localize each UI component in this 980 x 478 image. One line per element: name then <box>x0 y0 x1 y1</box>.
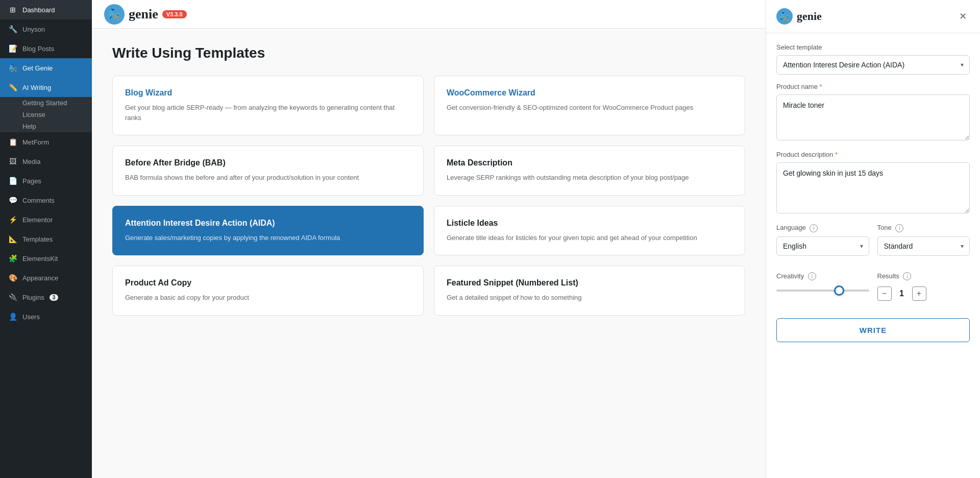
select-template-wrapper: Attention Interest Desire Action (AIDA)B… <box>776 55 970 75</box>
sidebar-item-comments[interactable]: 💬 Comments <box>0 190 92 210</box>
right-panel-header: 🧞 genie ✕ <box>766 0 980 33</box>
sidebar-item-blog-posts[interactable]: 📝 Blog Posts <box>0 39 92 58</box>
sidebar-item-media[interactable]: 🖼 Media <box>0 152 92 171</box>
language-dropdown[interactable]: EnglishSpanishFrenchGermanPortuguese <box>776 236 869 256</box>
template-card-aida[interactable]: Attention Interest Desire Action (AIDA) … <box>112 206 424 256</box>
right-panel-logo: 🧞 genie <box>776 8 822 25</box>
sidebar-item-appearance[interactable]: 🎨 Appearance <box>0 268 92 288</box>
select-template-dropdown[interactable]: Attention Interest Desire Action (AIDA)B… <box>776 55 970 75</box>
sidebar-item-elementor[interactable]: ⚡ Elementor <box>0 210 92 229</box>
templates-grid: Blog Wizard Get your blog article SERP-r… <box>112 76 745 316</box>
template-card-product-ad-copy[interactable]: Product Ad Copy Generate a basic ad copy… <box>112 266 424 316</box>
sidebar-item-getting-started[interactable]: Getting Started <box>0 97 92 109</box>
product-description-input[interactable] <box>776 162 970 213</box>
template-card-featured-snippet[interactable]: Featured Snippet (Numbered List) Get a d… <box>434 266 745 316</box>
get-genie-icon: 🧞 <box>8 63 17 73</box>
sidebar-item-pages[interactable]: 📄 Pages <box>0 171 92 190</box>
creativity-results-row: Creativity i Results i − 1 + <box>776 272 970 306</box>
plugins-icon: 🔌 <box>8 293 17 302</box>
product-name-label: Product name * <box>776 83 970 90</box>
language-select-wrapper: EnglishSpanishFrenchGermanPortuguese ▾ <box>776 236 869 256</box>
template-card-title: WooCommerce Wizard <box>447 88 732 98</box>
results-decrement-button[interactable]: − <box>877 286 892 301</box>
panel-logo-icon: 🧞 <box>776 8 793 25</box>
template-card-desc: Generate title ideas for listicles for y… <box>447 233 732 243</box>
template-card-desc: Get a detailed snippet of how to do some… <box>447 293 732 303</box>
topbar: 🧞 genie V3.3.0 <box>92 0 766 29</box>
comments-icon: 💬 <box>8 196 17 205</box>
template-card-desc: Leverage SERP rankings with outstanding … <box>447 173 732 183</box>
creativity-slider[interactable] <box>776 290 869 292</box>
right-panel: 🧞 genie ✕ Select template Attention Inte… <box>766 0 980 478</box>
template-card-title: Listicle Ideas <box>447 219 732 228</box>
template-card-listicle-ideas[interactable]: Listicle Ideas Generate title ideas for … <box>434 206 745 256</box>
creativity-label: Creativity i <box>776 272 816 281</box>
sidebar-item-elementskit[interactable]: 🧩 ElementsKit <box>0 249 92 268</box>
template-card-desc: Get conversion-friendly & SEO-optimized … <box>447 103 732 113</box>
blog-posts-icon: 📝 <box>8 44 17 53</box>
unyson-icon: 🔧 <box>8 25 17 34</box>
product-name-input[interactable] <box>776 94 970 140</box>
sidebar-item-get-genie[interactable]: 🧞 Get Genie <box>0 58 92 78</box>
write-button[interactable]: WRITE <box>776 318 970 342</box>
results-increment-button[interactable]: + <box>912 286 926 301</box>
creativity-section: Creativity i <box>776 272 869 296</box>
language-tone-row: Language i EnglishSpanishFrenchGermanPor… <box>776 224 970 264</box>
creativity-info-icon: i <box>808 272 816 280</box>
results-label: Results i <box>877 272 912 281</box>
sidebar-item-dashboard[interactable]: ⊞ Dashboard <box>0 0 92 19</box>
page-title: Write Using Templates <box>112 45 745 61</box>
template-card-desc: Generate a basic ad copy for your produc… <box>125 293 411 303</box>
ai-writing-icon: ✏️ <box>8 83 17 92</box>
templates-icon: 📐 <box>8 234 17 244</box>
media-icon: 🖼 <box>8 157 17 166</box>
sidebar-item-metform[interactable]: 📋 MetForm <box>0 132 92 152</box>
sidebar-item-help[interactable]: Help <box>0 121 92 132</box>
template-card-meta-description[interactable]: Meta Description Leverage SERP rankings … <box>434 146 745 196</box>
topbar-logo: 🧞 genie V3.3.0 <box>104 4 187 25</box>
template-card-title: Blog Wizard <box>125 88 411 98</box>
version-badge: V3.3.0 <box>162 10 187 18</box>
sidebar-item-plugins[interactable]: 🔌 Plugins 3 <box>0 288 92 307</box>
select-template-label: Select template <box>776 43 970 51</box>
right-panel-body: Select template Attention Interest Desir… <box>766 33 980 478</box>
elementskit-icon: 🧩 <box>8 254 17 263</box>
logo-icon: 🧞 <box>104 4 125 25</box>
template-card-desc: Generate sales/marketing copies by apply… <box>125 233 411 243</box>
sidebar-item-templates[interactable]: 📐 Templates <box>0 229 92 249</box>
tone-label: Tone i <box>877 224 970 232</box>
sidebar: ⊞ Dashboard 🔧 Unyson 📝 Blog Posts 🧞 Get … <box>0 0 92 478</box>
tone-select-wrapper: StandardFormalCasualHumorousSerious ▾ <box>877 236 970 256</box>
language-info-icon: i <box>810 224 818 232</box>
panel-logo-text: genie <box>797 10 822 23</box>
results-info-icon: i <box>903 272 911 280</box>
results-counter: − 1 + <box>877 286 970 301</box>
language-field-group: Language i EnglishSpanishFrenchGermanPor… <box>776 224 869 264</box>
sidebar-item-ai-writing[interactable]: ✏️ AI Writing <box>0 78 92 97</box>
tone-dropdown[interactable]: StandardFormalCasualHumorousSerious <box>877 236 970 256</box>
template-card-woocommerce-wizard[interactable]: WooCommerce Wizard Get conversion-friend… <box>434 76 745 135</box>
template-card-desc: BAB formula shows the before and after o… <box>125 173 411 183</box>
elementor-icon: ⚡ <box>8 215 17 224</box>
template-card-title: Featured Snippet (Numbered List) <box>447 278 732 288</box>
template-card-bab[interactable]: Before After Bridge (BAB) BAB formula sh… <box>112 146 424 196</box>
template-card-blog-wizard[interactable]: Blog Wizard Get your blog article SERP-r… <box>112 76 424 135</box>
logo-text: genie <box>129 7 158 22</box>
sidebar-item-unyson[interactable]: 🔧 Unyson <box>0 19 92 39</box>
users-icon: 👤 <box>8 312 17 321</box>
tone-info-icon: i <box>895 224 903 232</box>
language-label: Language i <box>776 224 869 232</box>
pages-icon: 📄 <box>8 176 17 185</box>
close-button[interactable]: ✕ <box>955 9 970 23</box>
template-card-title: Meta Description <box>447 158 732 168</box>
template-card-title: Product Ad Copy <box>125 278 411 288</box>
results-section: Results i − 1 + <box>877 272 970 306</box>
sidebar-item-users[interactable]: 👤 Users <box>0 307 92 326</box>
template-card-title: Attention Interest Desire Action (AIDA) <box>125 219 411 228</box>
results-label-row: Results i <box>877 272 970 281</box>
product-description-label: Product description * <box>776 151 970 158</box>
tone-field-group: Tone i StandardFormalCasualHumorousSerio… <box>877 224 970 264</box>
sidebar-item-license[interactable]: License <box>0 109 92 121</box>
template-card-desc: Get your blog article SERP-ready — from … <box>125 103 411 123</box>
main-area: 🧞 genie V3.3.0 Write Using Templates Blo… <box>92 0 766 478</box>
